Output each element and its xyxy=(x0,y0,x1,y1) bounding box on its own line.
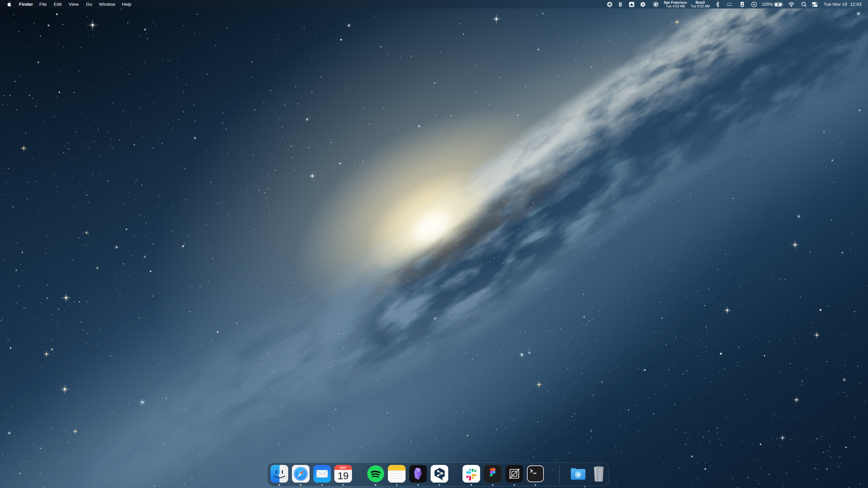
svg-text:19: 19 xyxy=(338,470,349,481)
svg-text:NOV: NOV xyxy=(340,466,347,469)
